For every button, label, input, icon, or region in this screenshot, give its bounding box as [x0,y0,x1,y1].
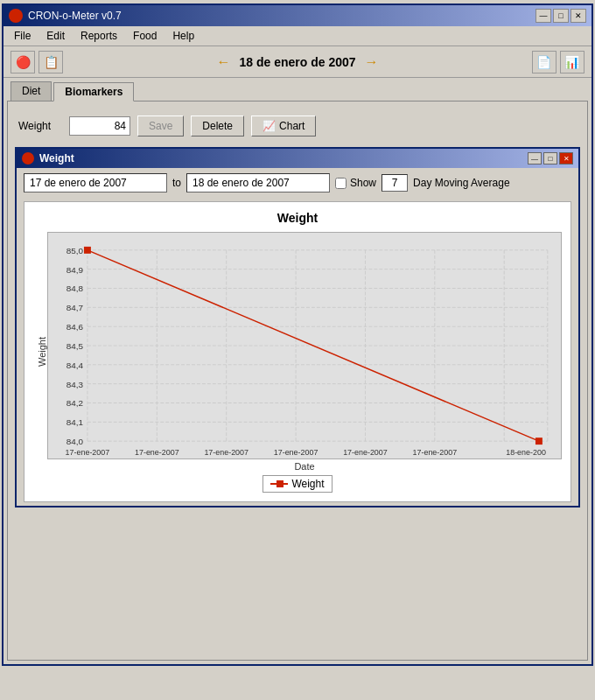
chart-window: Weight — □ ✕ to Show Day Moving Average [15,147,580,508]
chart-title-left: Weight [22,152,74,164]
menu-file[interactable]: File [7,28,38,44]
prev-date-button[interactable]: ← [216,54,230,70]
toolbar-left: 🔴 📋 [10,51,63,74]
legend-weight-icon [270,483,288,485]
save-button[interactable]: Save [137,116,184,136]
app-icon [9,9,23,23]
svg-text:84,0: 84,0 [66,437,84,446]
show-checkbox-wrapper: Show [335,177,376,189]
svg-text:17-ene-2007: 17-ene-2007 [274,448,318,457]
weight-input[interactable] [69,116,130,136]
moving-avg-label: Day Moving Average [413,177,510,189]
svg-text:84,1: 84,1 [66,417,84,427]
chart-plot-area: 85,0 84,9 84,8 84,7 84,6 84,5 84,4 84,3 … [47,232,562,472]
svg-text:84,4: 84,4 [66,360,84,370]
chart-window-icon [22,152,34,164]
next-date-button[interactable]: → [365,54,379,70]
chart-title-bar: Weight — □ ✕ [17,149,578,168]
svg-text:85,0: 85,0 [66,246,84,256]
chart-button[interactable]: 📈 Chart [251,116,316,136]
tab-diet[interactable]: Diet [10,81,52,101]
chart-window-title: Weight [39,152,74,164]
maximize-button[interactable]: □ [553,9,569,23]
menu-help[interactable]: Help [165,28,201,44]
current-date-label: 18 de enero de 2007 [239,55,355,69]
content-area: Weight Save Delete 📈 Chart Weight — □ ✕ [7,101,588,661]
minimize-button[interactable]: — [536,9,551,23]
chart-icon: 📈 [262,120,276,132]
show-checkbox[interactable] [335,178,346,189]
svg-text:17-ene-2007: 17-ene-2007 [343,448,388,457]
tab-biomarkers[interactable]: Biomarkers [53,82,134,102]
toolbar-icon-3[interactable]: 📄 [532,51,556,74]
main-window: CRON-o-Meter v0.7 — □ ✕ File Edit Report… [2,4,593,666]
svg-text:17-ene-2007: 17-ene-2007 [135,448,179,457]
menu-food[interactable]: Food [126,28,164,44]
chart-close-button[interactable]: ✕ [559,152,573,164]
chart-minimize-button[interactable]: — [528,152,542,164]
chart-svg: 85,0 84,9 84,8 84,7 84,6 84,5 84,4 84,3 … [47,232,562,459]
svg-text:84,3: 84,3 [66,380,84,389]
svg-text:17-ene-2007: 17-ene-2007 [204,448,248,457]
toolbar-icon-2[interactable]: 📋 [38,51,63,74]
menu-reports[interactable]: Reports [74,28,124,44]
chart-area: Weight Weight [24,201,571,502]
svg-text:84,6: 84,6 [66,322,84,332]
chart-plot-title: Weight [33,211,562,225]
toolbar-icon-4[interactable]: 📊 [560,51,584,74]
title-bar-buttons: — □ ✕ [536,9,586,23]
title-bar-left: CRON-o-Meter v0.7 [9,9,122,23]
svg-text:84,9: 84,9 [66,265,84,275]
svg-text:17-ene-2007: 17-ene-2007 [413,448,458,457]
legend-weight-item: Weight [262,475,332,493]
title-bar: CRON-o-Meter v0.7 — □ ✕ [4,5,592,26]
y-axis-label: Weight [33,232,47,472]
close-button[interactable]: ✕ [570,9,586,23]
date-to-input[interactable] [186,173,330,192]
app-title: CRON-o-Meter v0.7 [28,10,122,22]
toolbar-icon-1[interactable]: 🔴 [10,51,35,74]
toolbar-center: ← 18 de enero de 2007 → [216,54,378,70]
chart-container: Weight [33,232,562,472]
chart-title-buttons: — □ ✕ [528,152,573,164]
weight-label: Weight [18,120,62,132]
legend-weight-label: Weight [291,478,324,490]
delete-button[interactable]: Delete [191,116,244,136]
x-axis-label: Date [47,461,562,472]
date-range-bar: to Show Day Moving Average [17,168,578,198]
biomarker-row: Weight Save Delete 📈 Chart [15,108,580,144]
toolbar-right: 📄 📊 [532,51,584,74]
toolbar: 🔴 📋 ← 18 de enero de 2007 → 📄 📊 [4,46,592,78]
svg-text:18-ene-200: 18-ene-200 [506,448,546,457]
svg-text:17-ene-2007: 17-ene-2007 [66,448,110,457]
svg-text:84,7: 84,7 [66,303,84,312]
svg-text:84,5: 84,5 [66,341,84,351]
svg-text:84,8: 84,8 [66,284,84,293]
chart-maximize-button[interactable]: □ [543,152,557,164]
svg-rect-39 [536,438,542,444]
chart-legend: Weight [33,475,562,493]
date-separator: to [172,177,181,189]
menu-bar: File Edit Reports Food Help [4,26,592,46]
svg-text:84,2: 84,2 [66,398,84,408]
tab-bar: Diet Biomarkers [4,78,592,101]
show-label: Show [350,177,376,189]
svg-rect-38 [84,247,91,254]
menu-edit[interactable]: Edit [39,28,72,44]
moving-avg-days-input[interactable] [382,174,408,192]
date-from-input[interactable] [24,173,167,192]
